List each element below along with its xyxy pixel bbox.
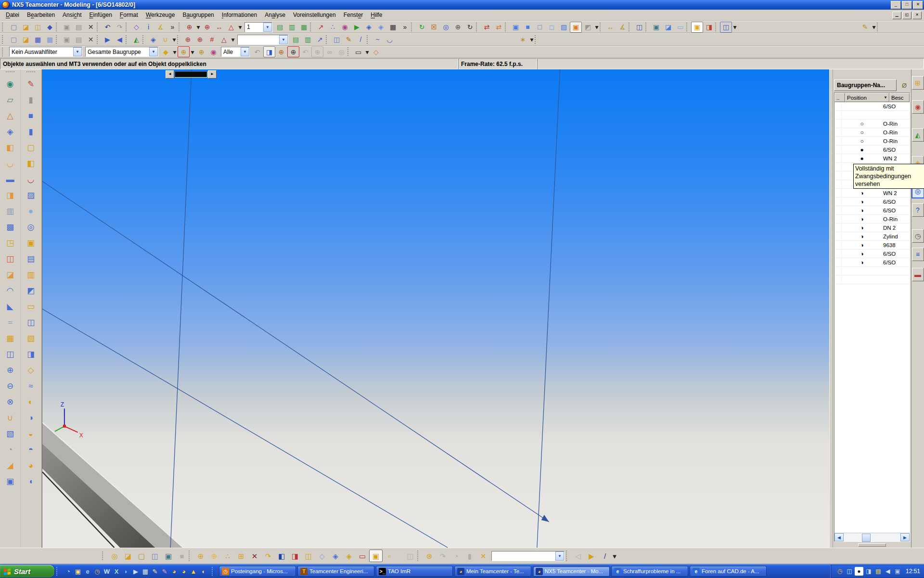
- panel-splitter[interactable]: [829, 69, 833, 548]
- gray-part-icon[interactable]: ■: [175, 550, 189, 562]
- overflow-chevron-icon[interactable]: »: [399, 22, 411, 33]
- datum-csys-icon[interactable]: △: [2, 109, 18, 123]
- line-tool-icon[interactable]: /: [355, 34, 367, 45]
- safely-remove-icon[interactable]: ◨: [864, 567, 873, 576]
- cascade-gray-icon[interactable]: ◫: [404, 550, 417, 562]
- snap-scope-combo[interactable]: Alle ▼: [221, 47, 250, 57]
- assembly-navigator-tab[interactable]: ⊞: [912, 76, 924, 90]
- information-icon[interactable]: i: [142, 22, 154, 33]
- nav-back-icon[interactable]: ◀: [114, 34, 126, 45]
- delete-component-icon[interactable]: ✕: [248, 550, 261, 562]
- chevron-down-icon[interactable]: ▼: [263, 23, 272, 32]
- network-tray-icon[interactable]: ◫: [845, 567, 854, 576]
- snap-point-icon[interactable]: ⊕: [195, 46, 207, 57]
- groove-icon[interactable]: ◫: [23, 315, 38, 329]
- diamond-tool-icon[interactable]: ◈: [147, 34, 159, 45]
- grid-icon[interactable]: ▦: [387, 22, 399, 33]
- toolbar-grip[interactable]: [102, 552, 106, 560]
- chevron-down-icon[interactable]: ▼: [555, 552, 564, 561]
- constraint-navigator-tab[interactable]: ◉: [912, 100, 924, 114]
- shaded-icon[interactable]: ■: [522, 22, 534, 33]
- calculator-icon[interactable]: ▦: [141, 566, 150, 576]
- sequence-icon[interactable]: ▫: [383, 550, 396, 562]
- wrap-icon[interactable]: ◐: [23, 395, 38, 409]
- paste-icon[interactable]: ▤: [73, 22, 85, 33]
- xyz-dropdown-icon[interactable]: ▾: [230, 34, 236, 45]
- help-tab[interactable]: ?: [912, 203, 924, 217]
- render-dropdown-icon[interactable]: ▾: [594, 22, 600, 33]
- delete-icon[interactable]: ✕: [85, 22, 97, 33]
- snap-arrow-icon[interactable]: ⊕: [275, 46, 287, 57]
- menu-analyse[interactable]: Analyse: [261, 11, 289, 19]
- tools-dropdown-icon[interactable]: ▾: [529, 34, 535, 45]
- overflow-chevron-icon[interactable]: »: [167, 22, 179, 33]
- binoculars-icon[interactable]: ◎: [335, 46, 347, 57]
- table-row[interactable]: ○ O-Rin: [834, 137, 910, 145]
- expression-field[interactable]: ▼: [237, 35, 288, 45]
- nav-forward-icon[interactable]: ▶: [102, 34, 114, 45]
- filter-dropdown-icon[interactable]: ▾: [190, 46, 195, 57]
- table-row[interactable]: ◑ 6/SO: [834, 258, 910, 267]
- menu-informationen[interactable]: Informationen: [218, 11, 261, 19]
- arrangements-icon[interactable]: ▭: [356, 550, 369, 562]
- interpart-gray-icon[interactable]: ◁: [571, 550, 585, 562]
- add-to-selection-icon[interactable]: ◆: [160, 46, 172, 57]
- chevron-down-icon[interactable]: ▼: [73, 47, 82, 56]
- open-in-assembly-icon[interactable]: ◪: [121, 550, 135, 562]
- scrollbar-thumb[interactable]: [862, 534, 871, 542]
- sketch-task-icon[interactable]: ✎: [23, 77, 38, 91]
- rectangle-select-icon[interactable]: ▭: [352, 46, 364, 57]
- swept-icon[interactable]: ▨: [23, 188, 38, 202]
- sheet-curve-icon[interactable]: ◡: [23, 172, 38, 186]
- interpart-icon[interactable]: ▶: [585, 550, 598, 562]
- nx-session2-icon[interactable]: ◕: [179, 566, 189, 576]
- undo-selection-icon[interactable]: ↶: [251, 46, 263, 57]
- word-icon[interactable]: W: [102, 566, 112, 576]
- toolbar-grip[interactable]: [2, 48, 6, 56]
- clipboard-layer-icon[interactable]: ▥: [302, 34, 314, 45]
- table-row[interactable]: ○ O-Rin: [834, 119, 910, 128]
- filter-crosshair-icon[interactable]: ⊕: [178, 46, 190, 57]
- block-icon[interactable]: ■: [23, 109, 38, 123]
- layer-category-icon[interactable]: ▦: [298, 22, 310, 33]
- remember-constraints-icon[interactable]: ◈: [342, 550, 356, 562]
- pacman-icon[interactable]: ◖: [198, 566, 208, 576]
- cut-icon[interactable]: ✕: [85, 34, 97, 45]
- scrollbar-right-button[interactable]: ▶: [900, 533, 910, 541]
- bed-block-icon[interactable]: ▬: [2, 172, 18, 186]
- mirror-assembly-icon[interactable]: ◧: [275, 550, 288, 562]
- copy-face-icon[interactable]: ▣: [61, 34, 73, 45]
- task-tao-imr[interactable]: >_ TAO ImR: [376, 566, 453, 577]
- table-row[interactable]: 6/SO: [834, 102, 910, 111]
- xyz-dimension-icon[interactable]: △: [225, 22, 237, 33]
- dimension-n-icon[interactable]: ↔: [213, 22, 225, 33]
- measure-distance-icon[interactable]: ↔: [604, 22, 616, 33]
- layer-settings-icon[interactable]: ▤: [274, 22, 286, 33]
- chevron-down-icon[interactable]: ▼: [149, 47, 158, 56]
- roller-dropdown-icon[interactable]: ▾: [871, 22, 877, 33]
- spline-dropdown-icon[interactable]: ▾: [612, 550, 617, 562]
- palette-tab[interactable]: ≡: [912, 248, 924, 261]
- bounding-box-icon[interactable]: ▭: [674, 22, 686, 33]
- taskbar-grip[interactable]: [212, 567, 215, 576]
- datum-plane-icon[interactable]: ▱: [2, 93, 18, 107]
- instance-array-icon[interactable]: ▦: [2, 331, 18, 345]
- toolbar-grip[interactable]: [26, 71, 35, 75]
- table-row[interactable]: ◑ DN 2: [834, 223, 910, 232]
- task-mein-teamcenter[interactable]: ◕ Mein Teamcenter - Te...: [454, 566, 531, 577]
- boolean-unite-icon[interactable]: ⊕: [2, 363, 18, 377]
- redo-icon[interactable]: ↷: [114, 22, 126, 33]
- table-row[interactable]: ◑ WN 2: [834, 189, 910, 197]
- toolbar-grip[interactable]: [2, 23, 6, 31]
- corner-cube-icon[interactable]: ◧: [2, 141, 18, 155]
- table-row[interactable]: ◑ O-Rin: [834, 215, 910, 223]
- wireframe-icon[interactable]: □: [534, 22, 546, 33]
- snapshot-icon[interactable]: ▣: [650, 22, 662, 33]
- panel-resize-handle[interactable]: [833, 542, 911, 548]
- arrangement-combo[interactable]: ▼: [491, 551, 565, 561]
- xyz-triangle-icon[interactable]: △: [218, 34, 230, 45]
- new-component-icon[interactable]: ⊕: [207, 550, 221, 562]
- wcs-dynamics-icon[interactable]: ◈: [375, 22, 387, 33]
- orient-view-icon[interactable]: ⇄: [481, 22, 493, 33]
- scrollbar-left-button[interactable]: ◀: [834, 533, 844, 541]
